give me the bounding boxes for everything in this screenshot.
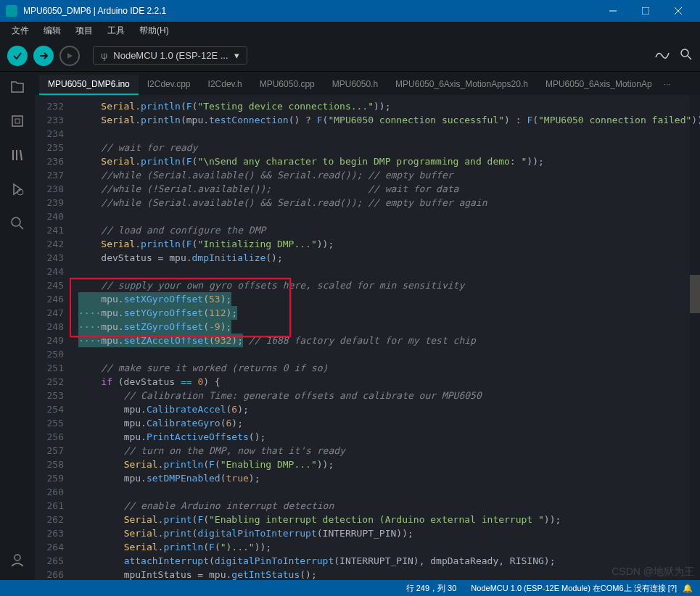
close-button[interactable] bbox=[662, 0, 694, 22]
board-status[interactable]: NodeMCU 1.0 (ESP-12E Module) 在COM6上 没有连接… bbox=[471, 583, 677, 594]
svg-rect-7 bbox=[15, 119, 20, 123]
tabs-overflow[interactable]: ··· bbox=[661, 75, 674, 95]
activity-bar bbox=[0, 72, 35, 580]
notifications-icon[interactable]: 🔔 bbox=[683, 584, 693, 593]
svg-line-13 bbox=[20, 225, 23, 229]
menu-tools[interactable]: 工具 bbox=[102, 23, 131, 38]
minimize-button[interactable] bbox=[596, 0, 629, 22]
menu-file[interactable]: 文件 bbox=[6, 23, 35, 38]
maximize-button[interactable] bbox=[629, 0, 662, 22]
svg-rect-1 bbox=[642, 7, 649, 15]
account-icon[interactable] bbox=[9, 552, 25, 570]
tab-i2cdev-h[interactable]: I2Cdev.h bbox=[199, 75, 251, 95]
titlebar: MPU6050_DMP6 | Arduino IDE 2.2.1 bbox=[0, 0, 700, 22]
svg-point-4 bbox=[681, 49, 688, 57]
scrollbar-thumb[interactable] bbox=[690, 275, 700, 314]
arduino-logo-icon bbox=[6, 5, 17, 17]
svg-point-12 bbox=[12, 218, 20, 226]
board-label: NodeMCU 1.0 (ESP-12E ... bbox=[113, 50, 228, 61]
code-lines[interactable]: Serial.println(F("Testing device connect… bbox=[70, 95, 700, 580]
tab-mpu6050-cpp[interactable]: MPU6050.cpp bbox=[251, 75, 324, 95]
menu-sketch[interactable]: 项目 bbox=[70, 23, 99, 38]
debug-panel-icon[interactable] bbox=[9, 181, 25, 199]
editor-tabs: MPU6050_DMP6.ino I2Cdev.cpp I2Cdev.h MPU… bbox=[35, 72, 700, 95]
tab-mpu6050-h[interactable]: MPU6050.h bbox=[324, 75, 387, 95]
library-manager-icon[interactable] bbox=[9, 147, 25, 165]
menubar: 文件 编辑 项目 工具 帮助(H) bbox=[0, 22, 700, 40]
svg-rect-6 bbox=[12, 116, 22, 126]
debug-button[interactable] bbox=[59, 46, 80, 66]
vertical-scrollbar[interactable] bbox=[690, 95, 700, 580]
board-selector[interactable]: ψ NodeMCU 1.0 (ESP-12E ... ▾ bbox=[93, 46, 247, 65]
chevron-down-icon: ▾ bbox=[234, 50, 239, 61]
serial-monitor-icon[interactable] bbox=[680, 48, 693, 63]
svg-line-5 bbox=[688, 56, 691, 59]
boards-manager-icon[interactable] bbox=[9, 113, 25, 131]
svg-point-14 bbox=[15, 555, 20, 560]
svg-line-10 bbox=[20, 150, 22, 160]
upload-button[interactable] bbox=[33, 46, 54, 66]
code-editor[interactable]: 2322332342352362372382392402412422432442… bbox=[35, 95, 700, 580]
menu-edit[interactable]: 编辑 bbox=[38, 23, 67, 38]
usb-icon: ψ bbox=[101, 50, 107, 61]
window-title: MPU6050_DMP6 | Arduino IDE 2.2.1 bbox=[23, 6, 596, 16]
status-bar: 行 249，列 30 NodeMCU 1.0 (ESP-12E Module) … bbox=[0, 580, 700, 596]
tab-motionapps-partial[interactable]: MPU6050_6Axis_MotionAp bbox=[537, 75, 661, 95]
tab-motionapps20[interactable]: MPU6050_6Axis_MotionApps20.h bbox=[387, 75, 537, 95]
tab-main-ino[interactable]: MPU6050_DMP6.ino bbox=[39, 75, 139, 95]
search-icon[interactable] bbox=[9, 215, 25, 233]
cursor-position: 行 249，列 30 bbox=[406, 583, 457, 594]
line-numbers: 2322332342352362372382392402412422432442… bbox=[35, 95, 70, 580]
tab-i2cdev-cpp[interactable]: I2Cdev.cpp bbox=[139, 75, 199, 95]
serial-plotter-icon[interactable] bbox=[655, 49, 670, 62]
toolbar: ψ NodeMCU 1.0 (ESP-12E ... ▾ bbox=[0, 40, 700, 72]
verify-button[interactable] bbox=[7, 46, 28, 66]
menu-help[interactable]: 帮助(H) bbox=[133, 23, 175, 38]
sketchbook-icon[interactable] bbox=[9, 79, 25, 97]
